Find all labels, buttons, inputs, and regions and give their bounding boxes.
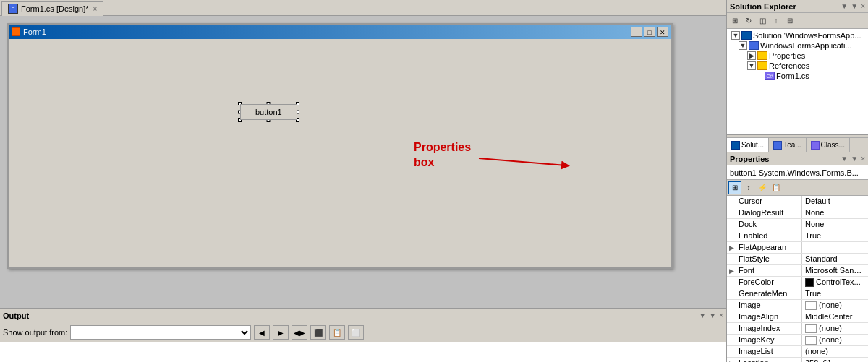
props-btn-pages[interactable]: 📋: [770, 181, 783, 194]
form-body[interactable]: button1 Properties box: [9, 39, 671, 267]
props-row-imagekey[interactable]: ImageKey (none): [727, 335, 868, 346]
tree-expand-solution[interactable]: ▼: [731, 31, 740, 40]
props-name-imageindex: ImageIndex: [736, 323, 802, 334]
props-expand-imagekey: [727, 335, 736, 345]
props-row-cursor[interactable]: Cursor Default: [727, 196, 868, 207]
output-forward-button[interactable]: ▶: [273, 325, 289, 340]
props-expand-flatstyle: [727, 254, 736, 264]
tree-expand-references[interactable]: ▼: [747, 61, 756, 70]
se-toolbar-btn-5[interactable]: ⊟: [783, 14, 796, 27]
props-row-location[interactable]: ▶ Location 358, 61: [727, 358, 868, 362]
props-btn-categorized[interactable]: ⊞: [728, 181, 741, 194]
tree-expand-properties[interactable]: ▶: [747, 51, 756, 60]
annotation-line1: Properties: [414, 141, 471, 153]
output-nav-button[interactable]: ◀▶: [292, 325, 307, 340]
props-row-font[interactable]: ▶ Font Microsoft Sans S...: [727, 265, 868, 277]
output-back-button[interactable]: ◀: [254, 325, 270, 340]
properties-table: Cursor Default DialogResult None Dock No…: [727, 196, 868, 362]
props-pin2-button[interactable]: ▼: [851, 155, 858, 163]
tab-close-button[interactable]: ×: [93, 5, 98, 13]
image-swatch: [805, 301, 817, 310]
props-row-dialogresult[interactable]: DialogResult None: [727, 207, 868, 219]
se-header-controls: ▼ ▼ ×: [841, 2, 865, 10]
se-toolbar-btn-3[interactable]: ◫: [756, 14, 769, 27]
form-close-button[interactable]: ✕: [657, 27, 668, 37]
props-name-dock: Dock: [736, 219, 802, 230]
props-row-image[interactable]: Image (none): [727, 300, 868, 311]
props-btn-alphabetical[interactable]: ↕: [742, 181, 755, 194]
form-designer[interactable]: Form1 — □ ✕: [0, 16, 726, 308]
props-expand-forecolor: [727, 277, 736, 288]
output-source-dropdown[interactable]: [70, 325, 251, 340]
se-tab-team[interactable]: Tea...: [769, 138, 806, 152]
annotation-arrow-svg: [472, 144, 616, 187]
props-close-button[interactable]: ×: [861, 155, 865, 163]
se-tab-solution[interactable]: Solut...: [727, 138, 769, 152]
output-label: Show output from:: [3, 328, 67, 337]
se-pin2-button[interactable]: ▼: [851, 2, 858, 10]
output-panel: Output ▼ ▼ × Show output from: ◀ ▶ ◀▶ ⬛ …: [0, 308, 726, 362]
output-clear-button[interactable]: ⬜: [348, 325, 364, 340]
props-row-imageindex[interactable]: ImageIndex (none): [727, 323, 868, 335]
annotation-text: Properties box: [414, 140, 471, 171]
tree-item-form1cs[interactable]: C# Form1.cs: [727, 71, 868, 81]
properties-object-selector[interactable]: button1 System.Windows.Forms.B...: [727, 165, 868, 180]
props-row-dock[interactable]: Dock None: [727, 219, 868, 230]
props-expand-location[interactable]: ▶: [727, 358, 736, 362]
solution-tree[interactable]: ▼ Solution 'WindowsFormsApp... ▼ Windows…: [727, 29, 868, 134]
se-toolbar-btn-1[interactable]: ⊞: [728, 14, 741, 27]
right-panel: Solution Explorer ▼ ▼ × ⊞ ↻ ◫ ↑ ⊟: [727, 0, 868, 362]
tree-form1cs-label: Form1.cs: [776, 72, 809, 80]
props-expand-cursor: [727, 196, 736, 207]
props-row-flatstyle[interactable]: FlatStyle Standard: [727, 254, 868, 265]
props-btn-events[interactable]: ⚡: [756, 181, 769, 194]
tree-expand-project[interactable]: ▼: [739, 41, 747, 50]
form-minimize-button[interactable]: —: [631, 27, 642, 37]
tree-item-solution[interactable]: ▼ Solution 'WindowsFormsApp...: [727, 30, 868, 40]
solution-explorer-header: Solution Explorer ▼ ▼ ×: [727, 0, 868, 13]
button1-control[interactable]: button1: [240, 104, 297, 120]
tab-label: Form1.cs [Design]*: [21, 4, 89, 13]
form-maximize-button[interactable]: □: [644, 27, 655, 37]
props-row-imagealign[interactable]: ImageAlign MiddleCenter: [727, 311, 868, 323]
se-tab-class[interactable]: Class...: [807, 138, 850, 152]
tree-properties-label: Properties: [769, 51, 805, 60]
props-row-imagelist[interactable]: ImageList (none): [727, 346, 868, 358]
props-name-imagekey: ImageKey: [736, 335, 802, 345]
properties-title: Properties: [730, 155, 769, 163]
tree-item-properties[interactable]: ▶ Properties: [727, 51, 868, 61]
props-value-generatemenu: True: [802, 288, 868, 299]
output-stop-button[interactable]: ⬛: [310, 325, 326, 340]
output-copy-button[interactable]: 📋: [329, 325, 345, 340]
props-pin-button[interactable]: ▼: [841, 155, 848, 163]
solution-explorer-title: Solution Explorer: [730, 2, 796, 11]
props-expand-flatappearance[interactable]: ▶: [727, 242, 736, 253]
se-pin-button[interactable]: ▼: [841, 2, 848, 10]
output-header: Output ▼ ▼ ×: [0, 309, 726, 322]
props-expand-font[interactable]: ▶: [727, 265, 736, 276]
props-expand-dialogresult: [727, 207, 736, 218]
properties-object-label: button1 System.Windows.Forms.B...: [730, 168, 859, 177]
project-icon: [749, 41, 759, 50]
form-title-text: Form1: [23, 27, 46, 36]
tree-solution-label: Solution 'WindowsFormsApp...: [753, 31, 861, 40]
form-window-controls: — □ ✕: [631, 27, 668, 37]
se-tab-class-icon: [811, 141, 820, 150]
tree-project-label: WindowsFormsApplicati...: [760, 41, 852, 50]
props-name-enabled: Enabled: [736, 230, 802, 241]
props-row-enabled[interactable]: Enabled True: [727, 230, 868, 242]
solution-explorer: Solution Explorer ▼ ▼ × ⊞ ↻ ◫ ↑ ⊟: [727, 0, 868, 152]
se-toolbar-btn-2[interactable]: ↻: [742, 14, 755, 27]
se-toolbar-btn-4[interactable]: ↑: [770, 14, 783, 27]
tree-item-references[interactable]: ▼ References: [727, 61, 868, 71]
props-row-flatappearance[interactable]: ▶ FlatAppearan: [727, 242, 868, 254]
se-close-button[interactable]: ×: [861, 2, 865, 10]
design-tab[interactable]: F Form1.cs [Design]* ×: [1, 1, 103, 16]
tree-item-project[interactable]: ▼ WindowsFormsApplicati...: [727, 40, 868, 51]
props-row-generatemenu[interactable]: GenerateMen True: [727, 288, 868, 300]
props-row-forecolor[interactable]: ForeColor ControlTex...: [727, 277, 868, 288]
output-pin2-button[interactable]: ▼: [709, 311, 716, 319]
properties-toolbar: ⊞ ↕ ⚡ 📋: [727, 180, 868, 196]
output-close-button[interactable]: ×: [719, 311, 723, 319]
output-pin-button[interactable]: ▼: [699, 311, 706, 319]
